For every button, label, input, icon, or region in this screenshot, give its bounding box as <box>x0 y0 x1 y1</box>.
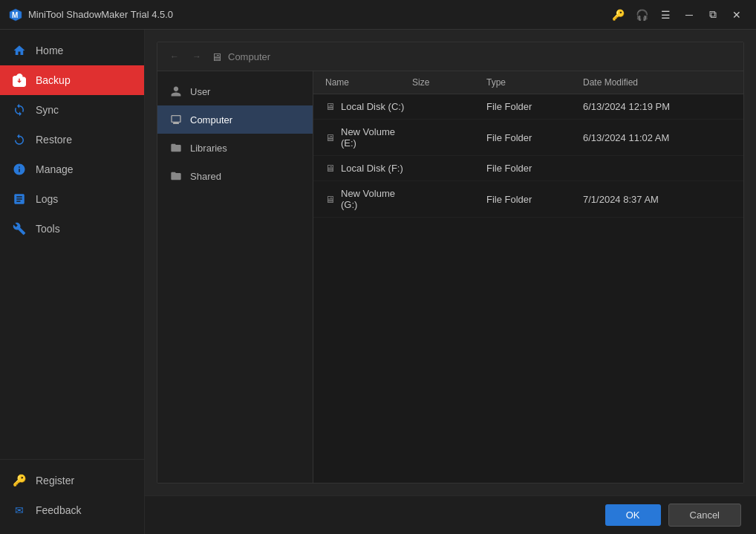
tree-shared-label: Shared <box>190 171 221 182</box>
settings-btn[interactable]: 🔑 <box>607 4 628 25</box>
sidebar-restore-label: Restore <box>36 134 72 146</box>
home-icon <box>12 43 27 58</box>
file-date-e: 6/13/2024 11:02 AM <box>583 132 731 143</box>
file-name-c: 🖥 Local Disk (C:) <box>325 101 412 112</box>
sidebar-feedback-label: Feedback <box>36 504 81 516</box>
nav-bar: ← → 🖥 Computer <box>157 42 743 71</box>
file-list-container: Name Size Type Date Modified 🖥 Local Dis… <box>313 71 743 483</box>
sidebar-item-register[interactable]: 🔑 Register <box>0 466 144 495</box>
content-area: ← → 🖥 Computer User <box>145 30 756 534</box>
file-browser: ← → 🖥 Computer User <box>157 42 744 483</box>
svg-text:M: M <box>12 11 18 19</box>
tree-item-computer[interactable]: Computer <box>157 105 313 134</box>
file-type-g: File Folder <box>486 194 583 205</box>
file-date-g: 7/1/2024 8:37 AM <box>583 194 731 205</box>
app-title: MiniTool ShadowMaker Trial 4.5.0 <box>28 9 607 20</box>
tree-panel: User Computer Libraries <box>157 71 313 483</box>
app-logo: M <box>9 8 22 22</box>
file-name-f: 🖥 Local Disk (F:) <box>325 163 412 174</box>
file-name-e: 🖥 New Volume (E:) <box>325 126 412 149</box>
sidebar-logs-label: Logs <box>36 193 58 205</box>
file-label-f: Local Disk (F:) <box>341 163 403 174</box>
file-type-f: File Folder <box>486 163 583 174</box>
file-label-e: New Volume (E:) <box>341 126 412 149</box>
sidebar-bottom: 🔑 Register ✉ Feedback <box>0 459 144 534</box>
computer-icon: 🖥 <box>211 51 222 63</box>
user-folder-icon <box>169 85 183 98</box>
file-row-c[interactable]: 🖥 Local Disk (C:) File Folder 6/13/2024 … <box>313 94 743 120</box>
forward-button[interactable]: → <box>189 48 205 65</box>
tree-item-user[interactable]: User <box>157 77 313 105</box>
register-icon: 🔑 <box>12 473 27 488</box>
sidebar-home-label: Home <box>36 45 63 56</box>
file-list: 🖥 Local Disk (C:) File Folder 6/13/2024 … <box>313 94 743 483</box>
drive-icon-f: 🖥 <box>325 163 335 174</box>
manage-icon <box>12 162 27 177</box>
restore-icon <box>12 132 27 147</box>
logs-icon <box>12 192 27 206</box>
tree-user-label: User <box>190 86 210 97</box>
computer-folder-icon <box>169 113 183 126</box>
nav-location-label: Computer <box>228 51 270 62</box>
sidebar-backup-label: Backup <box>36 74 71 86</box>
file-label-g: New Volume (G:) <box>341 188 412 210</box>
tree-libraries-label: Libraries <box>190 143 227 154</box>
sidebar-item-backup[interactable]: Backup <box>0 65 144 95</box>
file-row-f[interactable]: 🖥 Local Disk (F:) File Folder <box>313 156 743 181</box>
tree-item-libraries[interactable]: Libraries <box>157 134 313 162</box>
sidebar-item-sync[interactable]: Sync <box>0 95 144 125</box>
file-label-c: Local Disk (C:) <box>341 101 404 112</box>
app-body: Home Backup Sync Restore <box>0 30 756 534</box>
file-row-e[interactable]: 🖥 New Volume (E:) File Folder 6/13/2024 … <box>313 120 743 156</box>
file-type-e: File Folder <box>486 132 583 143</box>
tree-item-shared[interactable]: Shared <box>157 162 313 190</box>
file-list-header: Name Size Type Date Modified <box>313 71 743 94</box>
backup-icon <box>12 73 27 88</box>
title-bar: M MiniTool ShadowMaker Trial 4.5.0 🔑 🎧 ☰… <box>0 0 756 30</box>
sidebar-nav: Home Backup Sync Restore <box>0 30 144 459</box>
back-button[interactable]: ← <box>166 48 183 65</box>
sidebar-tools-label: Tools <box>36 223 60 235</box>
close-btn[interactable]: ✕ <box>726 4 747 25</box>
sidebar: Home Backup Sync Restore <box>0 30 145 534</box>
file-type-c: File Folder <box>486 101 583 112</box>
sidebar-item-logs[interactable]: Logs <box>0 184 144 214</box>
libraries-folder-icon <box>169 141 183 154</box>
drive-icon-g: 🖥 <box>325 194 335 205</box>
sidebar-sync-label: Sync <box>36 104 59 116</box>
bottom-bar: OK Cancel <box>145 495 756 534</box>
col-type: Type <box>486 77 583 88</box>
tree-computer-label: Computer <box>190 114 232 126</box>
col-date: Date Modified <box>583 77 731 88</box>
ok-button[interactable]: OK <box>605 504 661 526</box>
maximize-btn[interactable]: ⧉ <box>703 4 723 25</box>
sidebar-item-tools[interactable]: Tools <box>0 214 144 244</box>
file-name-g: 🖥 New Volume (G:) <box>325 188 412 210</box>
col-size: Size <box>412 77 486 88</box>
sidebar-item-home[interactable]: Home <box>0 36 144 65</box>
drive-icon-c: 🖥 <box>325 101 335 112</box>
tools-icon <box>12 221 27 236</box>
sidebar-item-manage[interactable]: Manage <box>0 154 144 184</box>
window-controls: 🔑 🎧 ☰ ─ ⧉ ✕ <box>607 4 747 25</box>
menu-btn[interactable]: ☰ <box>655 4 676 25</box>
minimize-btn[interactable]: ─ <box>679 4 700 25</box>
file-row-g[interactable]: 🖥 New Volume (G:) File Folder 7/1/2024 8… <box>313 181 743 218</box>
drive-icon-e: 🖥 <box>325 132 335 143</box>
sidebar-item-restore[interactable]: Restore <box>0 125 144 154</box>
col-name: Name <box>325 77 412 88</box>
headphones-btn[interactable]: 🎧 <box>631 4 652 25</box>
file-date-c: 6/13/2024 12:19 PM <box>583 101 731 112</box>
cancel-button[interactable]: Cancel <box>668 504 741 527</box>
sidebar-item-feedback[interactable]: ✉ Feedback <box>0 495 144 525</box>
feedback-icon: ✉ <box>12 503 27 518</box>
sync-icon <box>12 102 27 117</box>
sidebar-register-label: Register <box>36 475 74 486</box>
sidebar-manage-label: Manage <box>36 163 74 175</box>
shared-folder-icon <box>169 169 183 183</box>
browser-body: User Computer Libraries <box>157 71 743 483</box>
nav-location: 🖥 Computer <box>211 51 270 63</box>
